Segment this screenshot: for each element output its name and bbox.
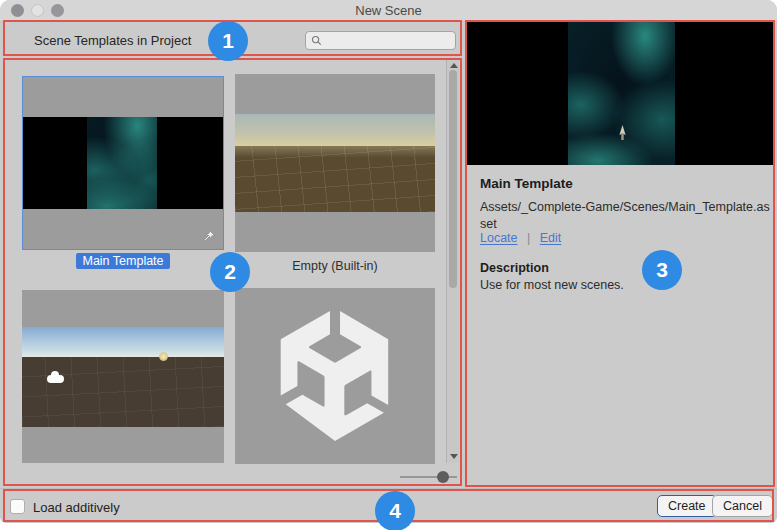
edit-link[interactable]: Edit — [540, 231, 562, 245]
empty-builtin-thumbnail — [235, 114, 435, 212]
nebula-image — [568, 22, 675, 165]
nebula-image — [87, 117, 157, 209]
search-icon — [311, 35, 322, 46]
template-tile-third[interactable] — [22, 290, 224, 463]
thumbnail-ground — [22, 357, 224, 427]
template-tile-empty-builtin[interactable] — [235, 74, 435, 252]
template-caption-empty[interactable]: Empty (Built-in) — [235, 259, 435, 273]
cancel-button[interactable]: Cancel — [712, 495, 773, 517]
annotation-badge-2: 2 — [210, 252, 250, 292]
third-template-thumbnail — [22, 327, 224, 427]
load-additively-checkbox[interactable] — [10, 499, 25, 514]
details-links: Locate | Edit — [480, 231, 561, 245]
description-heading: Description — [480, 261, 549, 275]
title-bar: New Scene — [0, 0, 777, 22]
template-caption-main[interactable]: Main Template — [22, 254, 224, 268]
cloud-sprite — [47, 375, 64, 383]
locate-link[interactable]: Locate — [480, 231, 518, 245]
template-tile-fourth[interactable] — [235, 288, 435, 464]
pin-icon[interactable] — [201, 229, 216, 244]
scroll-down-arrow-icon[interactable] — [450, 454, 458, 459]
link-separator: | — [527, 231, 530, 245]
main-template-thumbnail — [23, 117, 223, 209]
details-asset-path: Assets/_Complete-Game/Scenes/Main_Templa… — [480, 199, 772, 233]
window-title: New Scene — [0, 3, 777, 18]
thumbnail-sky — [22, 327, 224, 357]
annotation-badge-3: 3 — [642, 250, 682, 290]
vertical-scrollbar[interactable] — [446, 59, 459, 463]
scene-templates-heading: Scene Templates in Project — [34, 33, 191, 48]
description-text: Use for most new scenes. — [480, 278, 624, 292]
thumbnail-size-slider-knob[interactable] — [437, 471, 449, 483]
annotated-screenshot: New Scene Scene Templates in Project — [0, 0, 777, 530]
scroll-up-arrow-icon[interactable] — [450, 63, 458, 68]
search-field[interactable] — [305, 31, 456, 50]
search-input[interactable] — [326, 33, 454, 50]
thumbnail-sky — [235, 114, 435, 146]
spaceship-sprite — [617, 125, 628, 142]
unity-logo-icon — [270, 311, 400, 441]
sun-gizmo — [159, 352, 168, 361]
template-tile-main-template[interactable] — [22, 76, 224, 250]
template-preview-image — [466, 22, 775, 165]
footer-divider — [0, 488, 777, 489]
details-template-name: Main Template — [480, 176, 573, 191]
thumbnail-ground-grid — [235, 146, 435, 212]
annotation-badge-1: 1 — [208, 21, 248, 61]
load-additively-label: Load additively — [33, 500, 120, 515]
annotation-badge-4: 4 — [375, 491, 415, 530]
create-button[interactable]: Create — [657, 495, 717, 517]
scrollbar-thumb[interactable] — [449, 70, 457, 288]
selected-template-label[interactable]: Main Template — [76, 253, 169, 269]
